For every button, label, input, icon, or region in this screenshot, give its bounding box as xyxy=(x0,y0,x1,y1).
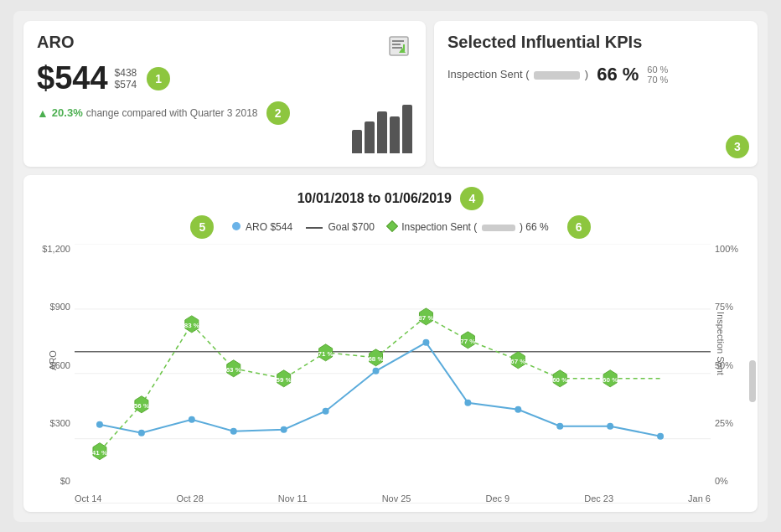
svg-point-20 xyxy=(464,400,471,406)
chart-card: 10/01/2018 to 01/06/2019 4 5 ARO $544 Go… xyxy=(23,175,758,512)
badge-2: 2 xyxy=(266,101,290,125)
svg-point-13 xyxy=(138,430,145,436)
svg-rect-2 xyxy=(392,44,401,45)
legend-goal-line xyxy=(306,227,323,229)
legend-insp-label2: ) 66 % xyxy=(520,221,549,233)
svg-point-16 xyxy=(281,426,287,433)
svg-point-21 xyxy=(515,406,521,413)
aro-bars xyxy=(352,105,412,153)
svg-text:68 %: 68 % xyxy=(368,355,383,363)
x-label-nov11: Nov 11 xyxy=(278,493,308,504)
aro-main-value: $544 $438 $574 1 xyxy=(37,60,412,96)
legend-aro-dot xyxy=(232,222,241,230)
legend-insp-bar xyxy=(482,225,515,231)
x-label-oct28: Oct 28 xyxy=(176,493,203,504)
svg-text:83 %: 83 % xyxy=(184,322,199,329)
svg-rect-1 xyxy=(392,40,404,42)
aro-change-pct: 20.3% xyxy=(52,106,83,119)
chart-main: $1,200 $900 $600 $300 $0 xyxy=(37,244,744,504)
aro-big-number: $544 xyxy=(37,60,108,96)
svg-point-17 xyxy=(323,408,329,415)
x-label-dec23: Dec 23 xyxy=(584,493,613,504)
main-container: ARO $544 $438 $574 1 xyxy=(13,11,768,522)
legend-aro: ARO $544 xyxy=(232,221,292,233)
top-row: ARO $544 $438 $574 1 xyxy=(23,21,758,167)
aro-sub-low: $574 xyxy=(115,79,137,90)
aro-sub-numbers: $438 $574 xyxy=(115,67,137,90)
chart-legend: 5 ARO $544 Goal $700 Inspection Sent ( )… xyxy=(37,215,744,239)
chart-svg-container: 41 % 56 % 83 % 63 % 59 % 71 % xyxy=(75,244,711,504)
legend-insp: Inspection Sent ( ) 66 % xyxy=(388,221,549,233)
kpi-range: 60 % 70 % xyxy=(647,65,668,85)
chart-date-range: 10/01/2018 to 01/06/2019 xyxy=(297,191,452,205)
svg-point-15 xyxy=(230,428,237,435)
kpi-range-low: 70 % xyxy=(647,75,668,85)
aro-y-label: ARO xyxy=(48,350,58,370)
svg-rect-3 xyxy=(392,47,402,49)
kpi-title: Selected Influential KPIs xyxy=(447,33,744,52)
kpi-percent: 66 % xyxy=(597,64,639,85)
legend-aro-label: ARO $544 xyxy=(246,221,292,233)
x-label-jan6: Jan 6 xyxy=(688,493,711,504)
arrow-up-icon: ▲ xyxy=(37,106,49,120)
svg-point-19 xyxy=(422,339,429,346)
svg-point-22 xyxy=(556,423,563,430)
legend-insp-label: Inspection Sent ( xyxy=(401,221,477,233)
bar-4 xyxy=(390,116,400,153)
kpi-label: Inspection Sent ( ) xyxy=(447,68,588,80)
svg-point-23 xyxy=(607,423,613,430)
bar-1 xyxy=(352,130,362,153)
aro-card: ARO $544 $438 $574 1 xyxy=(23,21,426,167)
svg-text:59 %: 59 % xyxy=(277,376,292,384)
badge-4: 4 xyxy=(460,187,484,210)
aro-title: ARO xyxy=(37,33,412,52)
svg-text:63 %: 63 % xyxy=(226,366,241,374)
kpi-range-high: 60 % xyxy=(647,65,668,75)
svg-text:67 %: 67 % xyxy=(510,358,525,365)
svg-text:77 %: 77 % xyxy=(460,338,475,345)
scrollbar[interactable] xyxy=(749,360,756,402)
bar-3 xyxy=(377,111,387,153)
chart-header: 10/01/2018 to 01/06/2019 4 xyxy=(37,187,744,210)
bar-5 xyxy=(402,105,412,153)
export-icon[interactable] xyxy=(385,33,412,59)
kpi-card: Selected Influential KPIs Inspection Sen… xyxy=(434,21,758,167)
svg-point-18 xyxy=(373,368,380,374)
aro-change-label: change compared with Quarter 3 2018 xyxy=(86,107,258,119)
badge-5: 5 xyxy=(190,215,214,239)
bar-2 xyxy=(365,121,375,153)
svg-rect-5 xyxy=(403,44,405,51)
svg-point-12 xyxy=(96,421,103,428)
legend-goal-label: Goal $700 xyxy=(328,221,374,233)
aro-sub-high: $438 xyxy=(115,67,137,79)
svg-text:87 %: 87 % xyxy=(418,314,433,322)
x-label-nov25: Nov 25 xyxy=(382,493,411,504)
svg-text:56 %: 56 % xyxy=(134,402,149,410)
kpi-row: Inspection Sent ( ) 66 % 60 % 70 % xyxy=(447,64,744,85)
svg-text:71 %: 71 % xyxy=(318,350,334,358)
badge-3: 3 xyxy=(726,135,749,158)
legend-insp-diamond xyxy=(386,220,398,232)
x-label-oct14: Oct 14 xyxy=(75,493,101,504)
badge-6: 6 xyxy=(567,215,591,239)
kpi-bar-inline xyxy=(534,71,580,80)
y-axis-left: $1,200 $900 $600 $300 $0 xyxy=(37,244,75,504)
insp-y-label: Inspection Sent xyxy=(716,312,726,375)
chart-svg: 41 % 56 % 83 % 63 % 59 % 71 % xyxy=(75,244,711,504)
svg-point-14 xyxy=(189,416,195,423)
badge-1: 1 xyxy=(147,67,170,90)
x-label-dec9: Dec 9 xyxy=(485,493,509,504)
svg-text:60 %: 60 % xyxy=(552,376,567,384)
svg-point-24 xyxy=(657,433,664,440)
legend-goal: Goal $700 xyxy=(306,221,375,233)
svg-text:41 %: 41 % xyxy=(92,449,107,457)
svg-text:60 %: 60 % xyxy=(603,376,618,384)
x-axis: Oct 14 Oct 28 Nov 11 Nov 25 Dec 9 Dec 23… xyxy=(75,492,711,504)
